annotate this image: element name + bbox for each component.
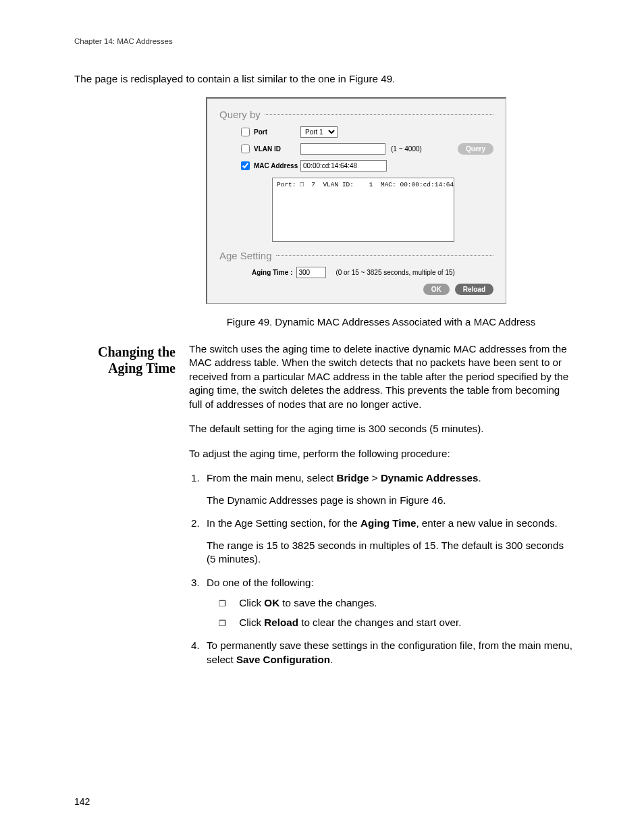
aging-hint: (0 or 15 ~ 3825 seconds, multiple of 15) [336,269,455,276]
aging-input[interactable] [296,267,326,278]
mac-label: MAC Address [254,162,298,170]
row-port: Port Port 1 [238,126,493,138]
figure-caption: Figure 49. Dynamic MAC Addresses Associa… [189,316,573,328]
step-2-text-a: In the Age Setting section, for the [207,517,360,529]
step-1-bold-bridge: Bridge [336,472,369,484]
s3s1c: to save the changes. [279,597,377,608]
aging-label: Aging Time : [252,269,292,276]
row-vlan: VLAN ID (1 ~ 4000) Query [238,142,493,155]
step-1-bold-dyn: Dynamic Addresses [381,472,479,484]
vlan-label: VLAN ID [254,145,281,153]
s3s2b: Reload [264,617,298,628]
step-3-sub-1: Click OK to save the changes. [219,596,573,610]
s3s2c: to clear the changes and start over. [298,617,461,628]
ok-button[interactable]: OK [423,284,450,295]
vlan-checkbox[interactable] [241,145,250,153]
step-3-sublist: Click OK to save the changes. Click Relo… [219,596,573,629]
step-3: Do one of the following: Click OK to sav… [203,576,573,630]
step-2-text-c: , enter a new value in seconds. [416,517,557,529]
step-3-sub-2: Click Reload to clear the changes and st… [219,616,573,630]
step-1-sep: > [369,472,381,484]
intro-text: The page is redisplayed to contain a lis… [74,72,573,86]
s3s1b: OK [264,597,279,608]
port-label: Port [254,128,267,136]
port-checkbox[interactable] [241,128,250,136]
side-heading-l2: Aging Time [108,361,176,375]
button-row: OK Reload [219,284,493,295]
section-query-by: Query by [219,109,493,120]
page-header: Chapter 14: MAC Addresses [74,37,573,45]
section-divider [265,114,493,115]
step-4-text-c: . [330,654,333,665]
step-4: To permanently save these settings in th… [203,639,573,667]
port-select[interactable]: Port 1 [300,126,338,138]
side-heading: Changing the Aging Time [74,342,189,376]
para-3: To adjust the aging time, perform the fo… [189,447,573,461]
step-1-text-a: From the main menu, select [207,472,336,484]
side-heading-l1: Changing the [98,344,176,359]
vlan-hint: (1 ~ 4000) [391,145,422,153]
section-age-setting-label: Age Setting [219,250,272,261]
reload-button[interactable]: Reload [455,284,493,295]
mac-input[interactable] [300,160,387,172]
step-2: In the Age Setting section, for the Agin… [203,517,573,567]
step-2-sub: The range is 15 to 3825 seconds in multi… [207,539,573,567]
step-3-text: Do one of the following: [207,577,314,588]
step-1: From the main menu, select Bridge > Dyna… [203,471,573,507]
procedure-list: From the main menu, select Bridge > Dyna… [203,471,573,667]
section-divider [276,255,493,256]
step-1-sub: The Dynamic Addresses page is shown in F… [207,494,573,508]
page-number: 142 [74,796,90,807]
mac-checkbox[interactable] [241,161,250,170]
step-2-bold: Aging Time [360,517,416,529]
step-1-period: . [479,472,481,484]
section-query-by-label: Query by [219,109,261,120]
para-2: The default setting for the aging time i… [189,422,573,436]
section-age-setting: Age Setting [219,250,493,261]
row-aging: Aging Time : (0 or 15 ~ 3825 seconds, mu… [252,267,493,278]
step-4-bold: Save Configuration [236,654,330,665]
para-1: The switch uses the aging time to delete… [189,342,573,412]
query-button[interactable]: Query [458,143,493,155]
result-listbox[interactable]: Port: □ 7 VLAN ID: 1 MAC: 00:00:cd:14:64… [272,178,454,242]
figure-screenshot: Query by Port Port 1 VLAN ID (1 ~ 4000) [206,97,506,304]
s3s1a: Click [239,597,264,608]
vlan-input[interactable] [300,143,385,155]
row-mac: MAC Address [238,159,493,172]
s3s2a: Click [239,617,264,628]
